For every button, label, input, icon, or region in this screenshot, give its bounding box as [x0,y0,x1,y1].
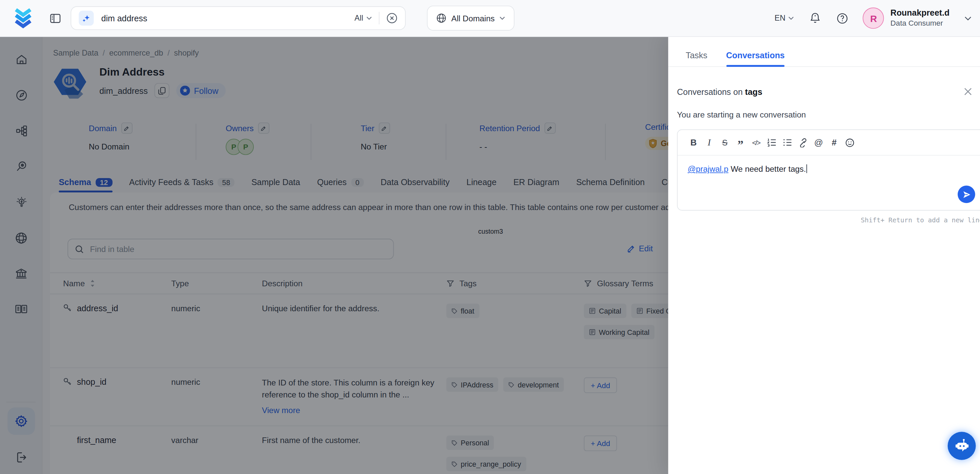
copy-icon[interactable] [154,83,170,98]
column-description: The ID of the store. This column is a fo… [262,378,434,399]
breadcrumb-item[interactable]: ecommerce_db [109,49,163,57]
column-type: numeric [171,377,200,387]
edit-button[interactable]: Edit [627,243,653,253]
chatbot-button[interactable] [948,432,976,460]
tab-custom-properties[interactable]: Custom Properties [662,177,668,192]
tab-schema[interactable]: Schema12 [59,177,112,192]
tab-activity-feeds-tasks[interactable]: Activity Feeds & Tasks58 [129,177,234,192]
breadcrumb-item[interactable]: shopify [174,49,199,57]
top-bar-right: EN R Rounakpreet.d Data Consumer [775,8,971,29]
add-glossary-term-button[interactable]: + Add [584,435,617,451]
edit-owners-icon[interactable] [258,122,269,134]
gear-icon [14,414,29,429]
close-icon[interactable] [963,87,973,96]
tag-chip[interactable]: float [446,304,479,318]
term-icon [589,329,596,336]
unordered-list-icon[interactable] [780,135,795,150]
chevron-down-icon [366,16,372,20]
tag-chip[interactable]: IPAddress [446,377,498,392]
editor-toolbar: B I S ” </> @ # [678,130,980,156]
sidebar-item-governance[interactable] [0,262,43,297]
column-header-description[interactable]: Description [262,278,303,288]
sidebar-item-logout[interactable] [14,450,28,464]
sidebar-item-explore[interactable] [0,84,43,119]
search-input[interactable] [100,13,354,23]
search-icon [75,245,84,253]
add-glossary-term-button[interactable]: + Add [584,377,617,393]
mention-icon[interactable]: @ [811,135,826,150]
glossary-term-chip[interactable]: Fixed Capital [632,304,668,318]
language-selector[interactable]: EN [775,14,794,22]
glossary-term-chip[interactable]: Capital [584,304,626,318]
sidebar-toggle-icon[interactable] [50,13,60,23]
hashtag-icon[interactable]: # [826,135,842,150]
ordered-list-icon[interactable] [764,135,780,150]
sidebar-item-glossary[interactable] [0,297,43,333]
table-row[interactable]: address_id numeric Unique identifier for… [50,294,668,368]
ai-sparkle-icon[interactable] [79,11,94,25]
mention-link[interactable]: @prajwal.p [687,164,728,174]
tab-sample-data[interactable]: Sample Data [251,177,301,192]
atlan-logo-icon[interactable] [14,8,32,28]
owner-avatar[interactable]: P [237,139,254,155]
emoji-icon[interactable] [842,135,858,150]
bold-icon[interactable]: B [686,135,701,150]
tab-lineage[interactable]: Lineage [466,177,496,192]
italic-icon[interactable]: I [701,135,717,150]
message-text: We need better tags. [728,164,806,174]
send-button[interactable] [958,186,975,204]
clear-search-icon[interactable] [386,13,398,24]
edit-domain-icon[interactable] [121,122,132,134]
user-info[interactable]: Rounakpreet.d Data Consumer [891,8,949,28]
link-icon[interactable] [795,135,811,150]
notifications-bell-icon[interactable] [810,12,821,25]
certificate-badge[interactable]: Gold [645,137,668,150]
tag-chip[interactable]: price_range_policy [446,457,526,471]
tag-chip[interactable]: development [503,377,564,392]
code-block-icon[interactable]: </> [748,135,764,150]
sidebar-item-home[interactable] [0,48,43,84]
user-avatar[interactable]: R [863,8,884,29]
filter-funnel-icon[interactable] [584,279,592,287]
breadcrumb-item[interactable]: Sample Data [53,49,99,57]
follow-button[interactable]: Follow [177,83,226,98]
column-header-tags[interactable]: Tags [460,278,477,288]
sidebar-item-settings[interactable] [8,407,35,435]
search-scope-dropdown[interactable]: All [355,14,372,22]
column-header-type[interactable]: Type [171,278,189,288]
sort-icon[interactable] [90,279,95,287]
tab-schema-definition[interactable]: Schema Definition [576,177,645,192]
table-row[interactable]: shop_id numeric The ID of the store. Thi… [50,368,668,426]
sidebar-item-workflows[interactable] [0,119,43,155]
tab-queries[interactable]: Queries0 [317,177,364,192]
follow-label: Follow [194,86,218,95]
blockquote-icon[interactable]: ” [733,132,748,153]
help-icon[interactable] [837,12,849,24]
glossary-term-chip[interactable]: Working Capital [584,325,654,339]
star-badge-icon [180,86,190,95]
view-more-link[interactable]: View more [262,405,445,417]
edit-retention-icon[interactable] [544,122,556,134]
all-domains-filter[interactable]: All Domains [427,6,514,30]
strikethrough-icon[interactable]: S [717,135,733,150]
tab-badge: 12 [95,178,112,187]
filter-funnel-icon[interactable] [446,279,454,287]
user-menu-chevron-icon[interactable] [965,16,972,20]
edit-tier-icon[interactable] [379,122,390,134]
find-in-table-input[interactable] [89,243,387,254]
columns-table: Name Type Description Tags Glossary Term… [50,272,668,474]
sidebar-item-insights[interactable] [0,191,43,226]
tag-chip[interactable]: Personal [446,435,494,450]
tab-data-observability[interactable]: Data Observability [380,177,450,192]
message-input[interactable]: @prajwal.p We need better tags. [678,156,980,183]
column-header-name[interactable]: Name [63,278,85,288]
sidebar-item-discovery[interactable] [0,155,43,191]
column-header-glossary-terms[interactable]: Glossary Terms [597,278,653,288]
tab-er-diagram[interactable]: ER Diagram [514,177,559,192]
sidebar-item-network[interactable] [0,226,43,262]
find-in-table [68,239,394,259]
tab-conversations[interactable]: Conversations [726,51,784,66]
sidebar-divider [6,402,36,402]
tab-tasks[interactable]: Tasks [686,51,707,66]
table-row[interactable]: first_name varchar First name of the cus… [50,426,668,474]
